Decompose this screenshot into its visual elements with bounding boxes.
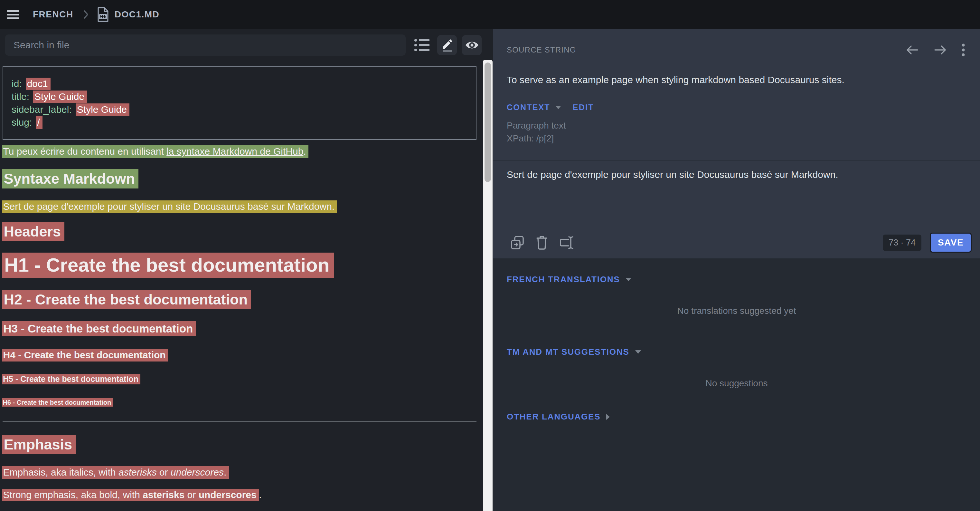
untranslated-string[interactable]: H5 - Create the best documentation [2, 374, 140, 384]
tm-empty-text: No suggestions [507, 378, 966, 388]
untranslated-string[interactable]: H6 - Create the best documentation [2, 398, 113, 407]
context-type: Paragraph text [507, 119, 966, 132]
document-preview: id:doc1 title:Style Guide sidebar_label:… [0, 66, 483, 501]
copy-source-icon[interactable] [510, 235, 525, 250]
previous-string-button[interactable] [906, 45, 919, 56]
doc-segment: H5 - Create the best documentation [2, 374, 477, 384]
doc-segment: Headers [2, 222, 477, 240]
edit-mode-button[interactable] [437, 35, 457, 55]
frontmatter-key: slug: [11, 117, 32, 128]
untranslated-string[interactable]: H4 - Create the best documentation [2, 349, 168, 361]
frontmatter-row: title:Style Guide [11, 90, 469, 103]
topbar: FRENCH DOC1.MD [0, 0, 980, 29]
search-input[interactable] [5, 35, 406, 56]
menu-icon[interactable] [7, 8, 21, 21]
doc-link[interactable]: la syntaxe Markdown de GitHub [167, 146, 303, 156]
search-row [0, 29, 483, 56]
doc-segment: H4 - Create the best documentation [2, 349, 477, 361]
editor-card: SOURCE STRING To serve as an example pag… [493, 29, 980, 259]
frontmatter-key: sidebar_label: [11, 104, 72, 115]
doc-segment: Emphasis, aka italics, with asterisks or… [2, 466, 477, 479]
suggestions-area: FRENCH TRANSLATIONS No translations sugg… [493, 259, 980, 511]
markdown-file-icon [96, 7, 110, 22]
source-string[interactable]: doc1 [26, 78, 51, 90]
scrollbar-thumb[interactable] [485, 62, 491, 182]
frontmatter-row: sidebar_label:Style Guide [11, 103, 469, 116]
doc-segment: Emphasis [2, 435, 477, 454]
edit-context-link[interactable]: EDIT [573, 103, 594, 112]
scrollbar-track[interactable] [483, 60, 493, 511]
chevron-down-icon [555, 106, 561, 109]
selected-string[interactable]: Sert de page d'exemple pour styliser un … [2, 200, 337, 213]
section-other-languages[interactable]: OTHER LANGUAGES [507, 412, 610, 422]
doc-divider [3, 421, 476, 422]
untranslated-string[interactable]: Strong emphasis, aka bold, with asterisk… [2, 489, 259, 501]
divider [493, 160, 980, 160]
source-string-label: SOURCE STRING [507, 45, 576, 54]
scrollbar-strip [483, 29, 493, 511]
section-french-translations[interactable]: FRENCH TRANSLATIONS [507, 275, 632, 284]
doc-segment: H1 - Create the best documentation [2, 253, 477, 277]
frontmatter-key: id: [11, 78, 22, 89]
translation-panel: SOURCE STRING To serve as an example pag… [493, 29, 980, 511]
text-cursor-icon[interactable] [559, 235, 574, 250]
string-list-view-button[interactable] [414, 37, 430, 53]
translation-toolbar: 73 · 74 SAVE [493, 233, 980, 259]
source-string-text: To serve as an example page when styling… [493, 73, 980, 86]
untranslated-string[interactable]: H2 - Create the best documentation [2, 290, 251, 309]
chevron-down-icon [635, 350, 641, 354]
source-string[interactable]: Style Guide [76, 104, 129, 116]
preview-mode-button[interactable] [462, 35, 482, 55]
untranslated-string[interactable]: Emphasis [2, 435, 76, 454]
source-string[interactable]: Style Guide [33, 91, 87, 103]
chevron-down-icon [625, 278, 632, 281]
doc-segment: H6 - Create the best documentation [2, 398, 477, 406]
untranslated-string[interactable]: H3 - Create the best documentation [2, 321, 196, 336]
char-counter: 73 · 74 [883, 235, 921, 251]
source-string[interactable]: / [36, 116, 42, 129]
frontmatter-block: id:doc1 title:Style Guide sidebar_label:… [3, 66, 476, 140]
section-tm-mt-suggestions[interactable]: TM AND MT SUGGESTIONS [507, 347, 641, 357]
eye-icon [465, 40, 479, 51]
translations-empty-text: No translations suggested yet [507, 306, 966, 316]
chevron-right-icon [606, 414, 610, 420]
translation-input[interactable]: Sert de page d'exemple pour styliser un … [507, 168, 966, 223]
context-xpath: XPath: /p[2] [507, 132, 966, 145]
translated-string[interactable]: Tu peux écrire du contenu en utilisant l… [2, 145, 309, 158]
pencil-icon [441, 38, 454, 52]
untranslated-string[interactable]: Emphasis, aka italics, with asterisks or… [2, 466, 229, 479]
doc-segment: H3 - Create the best documentation [2, 321, 477, 336]
translated-string[interactable]: Syntaxe Markdown [2, 169, 138, 188]
untranslated-string[interactable]: H1 - Create the best documentation [2, 252, 334, 278]
chevron-right-icon [83, 10, 89, 19]
doc-segment: Sert de page d'exemple pour styliser un … [2, 201, 477, 213]
doc-segment: Tu peux écrire du contenu en utilisant l… [2, 145, 477, 158]
breadcrumb-project[interactable]: FRENCH [33, 10, 73, 20]
frontmatter-row: id:doc1 [11, 77, 469, 90]
save-button[interactable]: SAVE [930, 233, 972, 252]
context-toggle[interactable]: CONTEXT [507, 103, 561, 112]
next-string-button[interactable] [934, 45, 947, 56]
clear-translation-icon[interactable] [536, 235, 547, 250]
frontmatter-key: title: [11, 91, 29, 102]
doc-segment: H2 - Create the best documentation [2, 291, 477, 309]
file-preview-panel: id:doc1 title:Style Guide sidebar_label:… [0, 29, 483, 511]
doc-segment: Strong emphasis, aka bold, with asterisk… [2, 489, 477, 501]
more-options-icon[interactable] [961, 43, 965, 57]
doc-segment: Syntaxe Markdown [2, 170, 477, 188]
breadcrumb-file[interactable]: DOC1.MD [115, 10, 160, 20]
frontmatter-row: slug:/ [11, 116, 469, 129]
untranslated-string[interactable]: Headers [2, 222, 64, 241]
